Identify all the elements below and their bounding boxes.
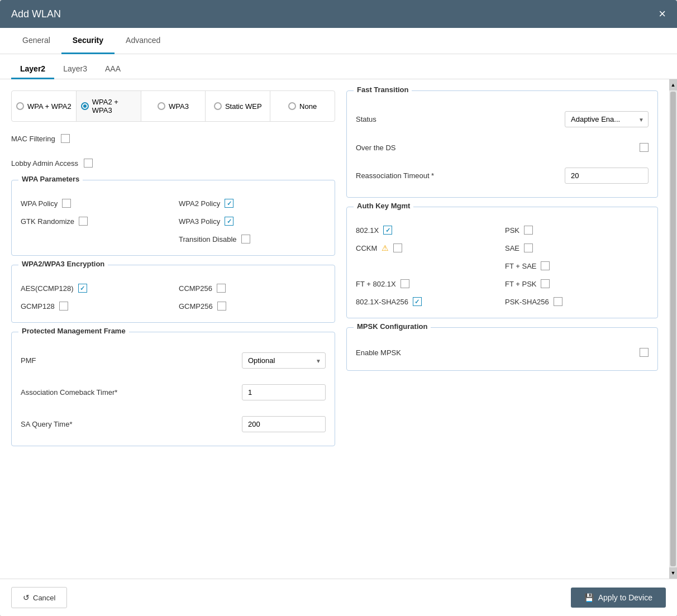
top-tabs: General Security Advanced	[0, 28, 677, 54]
ft-over-ds-checkbox[interactable]	[640, 143, 649, 152]
left-column: WPA + WPA2 WPA2 + WPA3 WPA3 Static WEP	[11, 90, 335, 567]
sa-query-label: SA Query Time*	[21, 420, 72, 428]
sa-query-input[interactable]: 200	[242, 416, 326, 432]
aes-ccmp128-checkbox[interactable]	[78, 284, 87, 293]
apply-button[interactable]: 💾 Apply to Device	[571, 588, 666, 608]
ft-status-select-wrap: Adaptive Ena... Enable Disable	[565, 111, 649, 127]
modal-header: Add WLAN ×	[0, 0, 677, 28]
radio-circle-static-wep	[214, 102, 222, 110]
add-wlan-modal: Add WLAN × General Security Advanced Lay…	[0, 0, 677, 616]
scroll-down-arrow[interactable]: ▼	[669, 567, 677, 579]
ft-status-select[interactable]: Adaptive Ena... Enable Disable	[565, 111, 649, 127]
radio-circle-wpa3	[158, 102, 165, 110]
tab-layer3[interactable]: Layer3	[54, 60, 96, 79]
tab-security[interactable]: Security	[61, 28, 115, 54]
auth-ft-802-1x-checkbox[interactable]	[401, 279, 409, 288]
radio-label-wpa-wpa2: WPA + WPA2	[27, 102, 71, 111]
radio-wpa2-wpa3[interactable]: WPA2 + WPA3	[77, 91, 141, 121]
tab-advanced[interactable]: Advanced	[115, 28, 171, 54]
mpsk-section: MPSK Configuration Enable MPSK	[346, 327, 658, 371]
auth-cckm-item: CCKM ⚠	[356, 241, 499, 255]
radio-wpa3[interactable]: WPA3	[141, 91, 206, 121]
auth-spacer	[356, 259, 499, 273]
right-column: Fast Transition Status Adaptive Ena... E…	[346, 90, 658, 567]
comeback-timer-input[interactable]: 1	[242, 384, 326, 400]
auth-802-1x-sha256-checkbox[interactable]	[413, 297, 422, 306]
gcmp256-item: GCMP256	[179, 299, 326, 313]
radio-circle-wpa2-wpa3	[81, 102, 89, 110]
wpa2-policy-checkbox[interactable]	[225, 199, 233, 208]
sub-tabs: Layer2 Layer3 AAA	[0, 54, 677, 79]
gcmp256-checkbox[interactable]	[217, 302, 226, 311]
apply-label: Apply to Device	[598, 593, 652, 602]
wpa-policy-item: WPA Policy	[21, 196, 168, 211]
radio-label-none: None	[299, 102, 317, 111]
cancel-icon: ↺	[23, 593, 30, 602]
sa-query-row: SA Query Time* 200	[21, 412, 326, 437]
ft-over-ds-label: Over the DS	[356, 144, 396, 152]
wpa3-policy-label: WPA3 Policy	[179, 217, 220, 226]
tab-general[interactable]: General	[11, 28, 61, 54]
auth-psk-sha256-item: PSK-SHA256	[505, 294, 649, 309]
radio-static-wep[interactable]: Static WEP	[206, 91, 270, 121]
radio-circle-wpa-wpa2	[16, 102, 24, 110]
tab-aaa[interactable]: AAA	[96, 60, 130, 79]
auth-sae-checkbox[interactable]	[524, 243, 533, 252]
tab-layer2[interactable]: Layer2	[11, 60, 54, 79]
mac-filtering-row: MAC Filtering	[11, 131, 335, 146]
auth-sae-item: SAE	[505, 241, 649, 255]
transition-disable-checkbox[interactable]	[241, 235, 250, 243]
radio-wpa-wpa2[interactable]: WPA + WPA2	[12, 91, 77, 121]
ccmp256-checkbox[interactable]	[217, 284, 226, 293]
auth-ft-psk-checkbox[interactable]	[541, 279, 550, 288]
auth-key-mgmt-section: Auth Key Mgmt 802.1X PSK	[346, 207, 658, 318]
auth-psk-checkbox[interactable]	[524, 226, 533, 235]
gtk-randomize-item: GTK Randomize	[21, 214, 168, 228]
wpa-parameters-title: WPA Parameters	[18, 175, 83, 183]
mpsk-enable-label: Enable MPSK	[356, 348, 401, 357]
wpa-parameters-section: WPA Parameters WPA Policy WPA2 Policy GT…	[11, 180, 335, 256]
wpa3-policy-checkbox[interactable]	[225, 217, 233, 226]
mpsk-enable-checkbox[interactable]	[640, 348, 649, 357]
radio-label-wpa2-wpa3: WPA2 + WPA3	[92, 98, 136, 114]
scroll-thumb[interactable]	[670, 92, 676, 566]
auth-802-1x-checkbox[interactable]	[383, 226, 392, 235]
radio-label-static-wep: Static WEP	[225, 102, 262, 111]
gcmp128-label: GCMP128	[21, 302, 55, 311]
gtk-randomize-label: GTK Randomize	[21, 217, 74, 226]
gcmp128-checkbox[interactable]	[59, 302, 68, 311]
pmf-select[interactable]: Disabled Optional Required	[242, 352, 326, 369]
mac-filtering-checkbox[interactable]	[61, 134, 70, 143]
transition-disable-item: Transition Disable	[179, 232, 326, 246]
gtk-randomize-checkbox[interactable]	[79, 217, 88, 226]
auth-cckm-checkbox[interactable]	[393, 243, 402, 252]
auth-key-mgmt-title: Auth Key Mgmt	[354, 202, 413, 210]
ft-reassoc-row: Reassociation Timeout *	[356, 163, 649, 188]
mpsk-row: Enable MPSK	[356, 343, 649, 361]
ccmp256-label: CCMP256	[179, 284, 212, 293]
auth-ft-sae-checkbox[interactable]	[541, 261, 550, 270]
auth-802-1x-item: 802.1X	[356, 223, 499, 237]
auth-psk-sha256-checkbox[interactable]	[554, 297, 562, 306]
scroll-up-arrow[interactable]: ▲	[669, 79, 677, 90]
main-scroll-wrap: WPA + WPA2 WPA2 + WPA3 WPA3 Static WEP	[0, 79, 677, 579]
close-button[interactable]: ×	[659, 8, 666, 20]
ft-reassoc-input[interactable]	[565, 168, 649, 184]
auth-ft-sae-label: FT + SAE	[505, 262, 536, 270]
wpa3-policy-item: WPA3 Policy	[179, 214, 326, 228]
lobby-admin-checkbox[interactable]	[84, 159, 93, 168]
radio-none[interactable]: None	[270, 91, 335, 121]
bottom-bar: ↺ Cancel 💾 Apply to Device	[0, 579, 677, 616]
scrollbar: ▲ ▼	[669, 79, 677, 579]
radio-label-wpa3: WPA3	[169, 102, 189, 111]
ft-over-ds-row: Over the DS	[356, 139, 649, 156]
wpa-policy-label: WPA Policy	[21, 199, 58, 208]
save-icon: 💾	[584, 593, 594, 602]
fast-transition-section: Fast Transition Status Adaptive Ena... E…	[346, 90, 658, 198]
cancel-button[interactable]: ↺ Cancel	[11, 587, 67, 608]
wpa-policy-checkbox[interactable]	[62, 199, 71, 208]
auth-psk-item: PSK	[505, 223, 649, 237]
cancel-label: Cancel	[33, 594, 55, 602]
mpsk-title: MPSK Configuration	[354, 322, 431, 331]
pmf-label: PMF	[21, 356, 36, 365]
